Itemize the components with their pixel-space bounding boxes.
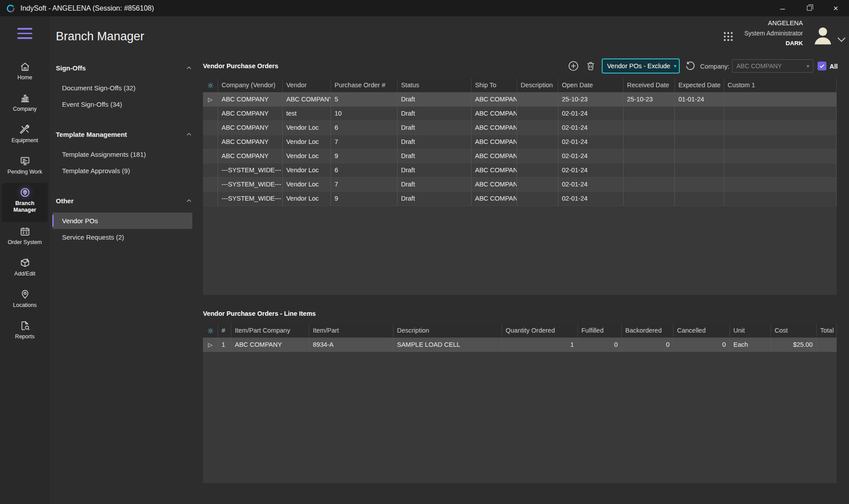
cell: 0 [674,338,730,352]
row-expander[interactable]: ▷ [203,93,218,107]
refresh-button[interactable] [685,61,696,71]
avatar[interactable] [811,23,835,47]
row-expander[interactable]: ▷ [203,338,218,352]
sidebar: Home Company Equipment Pending Work Bran… [0,16,50,504]
cell [675,121,724,135]
column-header[interactable]: Fulfilled [578,324,622,337]
column-header[interactable]: Backordered [622,324,674,337]
cell [517,93,558,107]
table-row[interactable]: ABC COMPANYVendor Loc6DraftABC COMPANY02… [203,121,837,135]
sidebar-item-company[interactable]: Company [2,89,48,120]
column-header[interactable]: Description [393,324,502,337]
restore-button[interactable] [796,0,822,16]
cell: ABC COMPANY [218,107,283,121]
row-expander[interactable] [203,149,218,163]
table-row[interactable]: ▷ABC COMPANYABC COMPANY5DraftABC COMPANY… [203,93,837,107]
nav-item-event-sign-offs[interactable]: Event Sign-Offs (34) [52,96,192,112]
hamburger-menu-button[interactable] [17,28,32,39]
nav-section-header[interactable]: Template Management [56,128,192,141]
sidebar-item-home[interactable]: Home [2,57,48,89]
cell: ---SYSTEM_WIDE--- [218,178,283,192]
sidebar-item-reports[interactable]: Reports [2,316,48,348]
cell [623,178,675,192]
cell: Draft [397,93,471,107]
po-filter-dropdown[interactable]: Vendor POs - Exclude ▾ [602,58,680,74]
sidebar-item-branch-manager[interactable]: Branch Manager [2,183,48,222]
column-chooser-icon[interactable] [203,78,218,92]
column-header[interactable]: Status [397,78,471,92]
row-expander[interactable] [203,163,218,178]
column-header[interactable]: Expected Date [675,78,724,92]
column-header[interactable]: Open Date [558,78,623,92]
cell: 5 [331,93,397,107]
company-dropdown[interactable]: ABC COMPANY ▾ [732,59,814,73]
add-button[interactable] [568,60,579,72]
cell [517,107,558,121]
sidebar-item-order-system[interactable]: Order System [2,222,48,253]
cell: 02-01-24 [558,192,623,206]
nav-item-template-approvals[interactable]: Template Approvals (9) [52,163,192,179]
column-header[interactable]: Item/Part Company [231,324,309,337]
sidebar-item-locations[interactable]: Locations [2,285,48,316]
sidebar-item-pending-work[interactable]: Pending Work [2,151,48,183]
column-header[interactable]: Cost [771,324,817,337]
table-row[interactable]: ▷1ABC COMPANY8934-ASAMPLE LOAD CELL1000E… [203,338,837,352]
nav-item-document-sign-offs[interactable]: Document Sign-Offs (32) [52,80,192,96]
row-expander[interactable] [203,192,218,206]
nav-item-template-assignments[interactable]: Template Assignments (181) [52,146,192,163]
cell: 6 [331,163,397,178]
chevron-up-icon [186,198,192,204]
column-header[interactable]: Custom 1 [724,78,837,92]
sidebar-item-equipment[interactable]: Equipment [2,120,48,151]
row-expander[interactable] [203,135,218,149]
cell [517,178,558,192]
minimize-button[interactable]: – [769,0,796,16]
column-header[interactable]: Received Date [623,78,675,92]
nav-section-header[interactable]: Other [56,194,192,207]
delete-button[interactable] [585,61,596,71]
column-header[interactable]: Item/Part [309,324,393,337]
row-expander[interactable] [203,121,218,135]
sidebar-item-add-edit[interactable]: Add/Edit [2,253,48,285]
column-header[interactable]: Purchase Order # [331,78,397,92]
cell: 02-01-24 [558,107,623,121]
close-button[interactable]: × [822,0,849,16]
column-header[interactable]: Vendor [283,78,331,92]
nav-item-service-requests[interactable]: Service Requests (2) [52,229,192,245]
column-header[interactable]: Total [817,324,837,337]
app-window: IndySoft - ANGELENA (Session: #856108) –… [0,0,849,504]
nav-section-template-management: Template Management Template Assignments… [50,128,203,179]
row-expander[interactable] [203,178,218,192]
equipment-icon [19,124,31,135]
sidebar-item-label: Home [17,74,32,81]
column-header[interactable]: # [218,324,231,337]
nav-item-vendor-pos[interactable]: Vendor POs [52,213,192,229]
column-header[interactable]: Quantity Ordered [502,324,578,337]
cell [724,121,837,135]
column-header[interactable]: Ship To [471,78,517,92]
table-row[interactable]: ABC COMPANYVendor Loc9DraftABC COMPANY02… [203,149,837,163]
add-edit-icon [19,257,31,268]
nav-section-header[interactable]: Sign-Offs [56,61,192,74]
user-menu-chevron-icon[interactable] [836,34,847,45]
order-system-icon [19,226,31,237]
cell: ABC COMPANY [471,192,517,206]
apps-grid-button[interactable] [722,31,734,43]
cell [623,149,675,163]
table-row[interactable]: ABC COMPANYtest10DraftABC COMPANY02-01-2… [203,107,837,121]
column-header[interactable]: Cancelled [674,324,730,337]
row-expander[interactable] [203,107,218,121]
column-header[interactable]: Description [517,78,558,92]
table-row[interactable]: ABC COMPANYVendor Loc7DraftABC COMPANY02… [203,135,837,149]
column-chooser-icon[interactable] [203,324,218,337]
table-row[interactable]: ---SYSTEM_WIDE---Vendor Loc7DraftABC COM… [203,178,837,192]
window-title: IndySoft - ANGELENA (Session: #856108) [20,4,154,12]
table-row[interactable]: ---SYSTEM_WIDE---Vendor Loc6DraftABC COM… [203,163,837,178]
cell: 0 [622,338,674,352]
table-row[interactable]: ---SYSTEM_WIDE---Vendor Loc9DraftABC COM… [203,192,837,206]
all-checkbox[interactable] [818,62,826,70]
cell: Vendor Loc [283,192,331,206]
column-header[interactable]: Company (Vendor) [218,78,283,92]
pending-work-icon [19,155,31,167]
column-header[interactable]: Unit [730,324,771,337]
